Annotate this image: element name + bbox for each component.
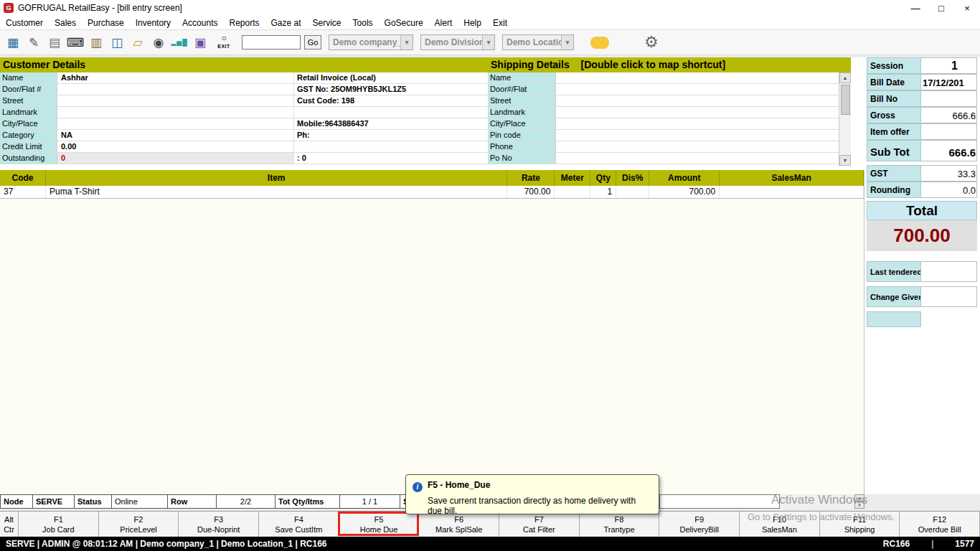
close-icon[interactable]: ×: [954, 1, 980, 16]
shipping-detail-row: Door#/Flat: [488, 84, 839, 95]
print-icon[interactable]: ▤: [46, 33, 63, 52]
function-key-button[interactable]: Alt Ctr: [0, 512, 19, 537]
menu-item[interactable]: Sales: [49, 16, 82, 29]
field-value[interactable]: [57, 107, 294, 118]
field-value[interactable]: [556, 84, 839, 95]
copy-bill-icon[interactable]: ◫: [108, 33, 126, 52]
function-key-button[interactable]: F12 Overdue Bill: [900, 512, 980, 537]
column-header: Code: [0, 170, 46, 186]
function-key-button[interactable]: F4 Save CustItm: [259, 512, 339, 537]
scrollbar-thumb[interactable]: [841, 85, 850, 115]
status-input[interactable]: [659, 494, 780, 509]
item-amount-cell: 700.00: [649, 186, 720, 198]
invoice-info: Ph:: [294, 130, 488, 141]
menu-item[interactable]: Accounts: [176, 16, 223, 29]
vertical-scrollbar[interactable]: ▲ ▼: [839, 72, 851, 166]
gst-value: 33.3: [921, 165, 977, 182]
field-value[interactable]: [556, 130, 839, 141]
function-key-button[interactable]: F3 Due-Noprint: [179, 512, 259, 537]
menu-item[interactable]: Alert: [429, 16, 458, 29]
go-button[interactable]: Go: [304, 35, 321, 50]
function-key-code: Alt: [4, 514, 14, 524]
section-header: Customer Details Shipping Details [Doubl…: [0, 57, 851, 72]
bill-no-value: [921, 90, 977, 107]
field-value[interactable]: [556, 95, 839, 106]
customer-detail-row: Outstanding 0 : 0: [0, 153, 488, 164]
field-value[interactable]: NA: [57, 130, 294, 141]
menu-item[interactable]: Tools: [347, 16, 379, 29]
field-label: Door#/Flat: [488, 84, 556, 95]
scroll-up-icon[interactable]: ▲: [839, 72, 851, 83]
field-label: City/Place: [0, 118, 57, 129]
item-grid-rows: 37 Puma T-Shirt 700.00 1 700.00: [0, 186, 864, 199]
spinner-down-icon[interactable]: ▼: [854, 501, 864, 509]
image-icon[interactable]: ▣: [192, 33, 209, 52]
company-dropdown[interactable]: Demo company_ ▾: [329, 34, 413, 50]
open-folder-icon[interactable]: ▱: [129, 33, 146, 52]
field-label: Phone: [488, 141, 556, 152]
save-bill-icon[interactable]: ✎: [25, 33, 42, 52]
item-offer-label: Item offer: [867, 123, 921, 140]
function-key-button[interactable]: F2 PriceLevel: [99, 512, 179, 537]
menu-item[interactable]: Service: [307, 16, 347, 29]
function-key-button[interactable]: F9 DeliveryBill: [659, 512, 740, 537]
chat-icon[interactable]: [590, 37, 609, 49]
change-given-value: [921, 286, 977, 307]
field-value[interactable]: 0: [57, 153, 294, 164]
customer-detail-row: Street Cust Code: 198: [0, 95, 488, 107]
shipping-map-hint[interactable]: [Double click to map shortcut]: [581, 59, 725, 70]
bill-list-icon[interactable]: ▥: [88, 33, 105, 52]
chart-icon[interactable]: ▂▅█: [171, 33, 188, 52]
last-tendered-value: [921, 261, 977, 282]
menu-item[interactable]: Purchase: [82, 16, 130, 29]
field-value[interactable]: [556, 72, 839, 83]
menu-item[interactable]: Gaze at: [265, 16, 307, 29]
field-value[interactable]: [57, 84, 294, 95]
field-value[interactable]: 0.00: [57, 141, 294, 152]
row-spinner[interactable]: ▲ ▼: [854, 494, 864, 509]
location-dropdown[interactable]: Demo Location ▾: [502, 34, 574, 50]
function-key-button[interactable]: F11 Shipping: [820, 512, 900, 537]
menu-item[interactable]: Help: [458, 16, 487, 29]
menu-item[interactable]: Exit: [487, 16, 513, 29]
field-value[interactable]: [57, 118, 294, 129]
function-key-button[interactable]: F5 Home Due: [339, 512, 420, 537]
customer-detail-row: Category NA Ph:: [0, 130, 488, 141]
function-key-button[interactable]: F1 Job Card: [19, 512, 99, 537]
bill-grid-icon[interactable]: ▦: [4, 33, 22, 52]
tot-qty-items-label: Tot Qty/Itms: [275, 494, 340, 509]
menu-item[interactable]: GoSecure: [379, 16, 429, 29]
field-value[interactable]: [556, 141, 839, 152]
menu-item[interactable]: Reports: [223, 16, 265, 29]
item-row[interactable]: 37 Puma T-Shirt 700.00 1 700.00: [0, 186, 864, 199]
menu-item[interactable]: Customer: [0, 16, 49, 29]
scroll-down-icon[interactable]: ▼: [839, 155, 851, 166]
maximize-icon[interactable]: □: [928, 1, 954, 16]
field-value[interactable]: [556, 107, 839, 118]
function-key-label: SalesMan: [762, 524, 797, 534]
field-value[interactable]: [57, 95, 294, 106]
menu-item[interactable]: Inventory: [130, 16, 176, 29]
node-value: SERVE: [33, 494, 75, 509]
field-label: Credit Limit: [0, 141, 57, 152]
title-bar: G GOFRUGAL RetailEasy - [bill entry scre…: [0, 0, 980, 16]
function-key-code: F4: [294, 514, 303, 524]
invoice-info: Mobile:9643886437: [294, 118, 488, 129]
division-dropdown[interactable]: Demo Division ▾: [420, 34, 495, 50]
minimize-icon[interactable]: —: [903, 1, 928, 16]
exit-button[interactable]: ○ EXIT: [212, 32, 235, 53]
field-value[interactable]: [556, 153, 839, 164]
function-key-label: Shipping: [844, 524, 875, 534]
spinner-up-icon[interactable]: ▲: [854, 494, 864, 501]
invoice-info: [294, 141, 488, 152]
keyboard-icon[interactable]: ⌨: [67, 33, 84, 52]
item-offer-value: [921, 123, 977, 140]
field-label: Street: [488, 95, 556, 106]
column-header: Item: [46, 170, 507, 186]
quick-search-input[interactable]: [242, 35, 301, 50]
gear-icon[interactable]: ⚙: [644, 33, 659, 52]
function-key-button[interactable]: F10 SalesMan: [740, 512, 820, 537]
field-value[interactable]: [556, 118, 839, 129]
camera-icon[interactable]: ◉: [150, 33, 167, 52]
field-value[interactable]: Ashhar: [57, 72, 294, 83]
